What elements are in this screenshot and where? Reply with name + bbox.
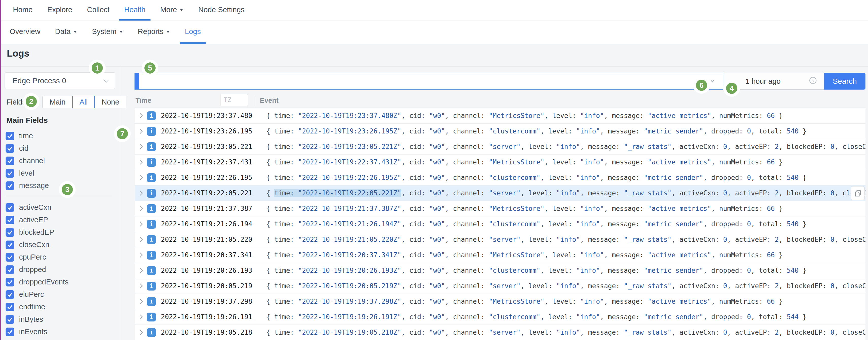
expand-chevron-icon[interactable] [137, 329, 145, 336]
table-row[interactable]: i2022-10-19T19:20:37.341{ time: "2022-10… [135, 247, 865, 263]
copy-event-button[interactable] [851, 186, 865, 200]
checkbox-checked-icon[interactable] [6, 169, 14, 178]
subnav-item-overview[interactable]: Overview [5, 21, 45, 44]
field-row-inBytes[interactable]: inBytes [5, 313, 115, 326]
field-row-activeEP[interactable]: activeEP [5, 214, 115, 226]
subnav-item-system[interactable]: System [87, 21, 128, 44]
checkbox-checked-icon[interactable] [6, 203, 14, 212]
expand-chevron-icon[interactable] [137, 158, 145, 166]
field-label: level [19, 169, 34, 177]
expand-chevron-icon[interactable] [137, 236, 145, 243]
table-row[interactable]: i2022-10-19T19:21:26.194{ time: "2022-10… [135, 216, 865, 232]
search-button[interactable]: Search [824, 73, 865, 90]
subnav-item-data[interactable]: Data [50, 21, 82, 44]
checkbox-checked-icon[interactable] [6, 241, 14, 249]
expand-chevron-icon[interactable] [137, 220, 145, 228]
checkbox-checked-icon[interactable] [6, 228, 14, 237]
nav-item-node-settings[interactable]: Node Settings [193, 0, 249, 21]
checkbox-checked-icon[interactable] [6, 266, 14, 274]
field-row-endtime[interactable]: endtime [5, 301, 115, 313]
checkbox-checked-icon[interactable] [6, 181, 14, 190]
nav-item-home[interactable]: Home [8, 0, 37, 21]
checkbox-checked-icon[interactable] [6, 132, 14, 140]
subnav-item-reports[interactable]: Reports [133, 21, 175, 44]
row-event: { time: "2022-10-19T19:19:05.218Z", cid:… [266, 329, 865, 336]
nav-item-more[interactable]: More [155, 0, 189, 21]
field-row-inEvents[interactable]: inEvents [5, 326, 115, 338]
field-label: time [19, 132, 33, 140]
checkbox-checked-icon[interactable] [6, 303, 14, 311]
expand-chevron-icon[interactable] [137, 143, 145, 151]
tz-input[interactable] [221, 94, 248, 106]
field-row-droppedEvents[interactable]: droppedEvents [5, 276, 115, 288]
fields-sidebar: Edge Process 0 Fields MainAllNone Main F… [0, 67, 120, 340]
search-dropdown-chevron-icon[interactable] [709, 77, 716, 86]
table-row[interactable]: i2022-10-19T19:22:37.431{ time: "2022-10… [135, 155, 865, 170]
expand-chevron-icon[interactable] [137, 189, 145, 197]
health-sub-nav: OverviewDataSystemReportsLogs [0, 21, 868, 44]
nav-label: More [160, 6, 177, 14]
table-row[interactable]: i2022-10-19T19:19:05.218{ time: "2022-10… [135, 325, 865, 340]
checkbox-checked-icon[interactable] [6, 253, 14, 261]
checkbox-checked-icon[interactable] [6, 315, 14, 324]
expand-chevron-icon[interactable] [137, 174, 145, 181]
table-row[interactable]: i2022-10-19T19:21:05.220{ time: "2022-10… [135, 232, 865, 247]
expand-chevron-icon[interactable] [137, 298, 145, 305]
nav-label: Logs [185, 27, 201, 36]
expand-chevron-icon[interactable] [137, 127, 145, 135]
table-row[interactable]: i2022-10-19T19:23:37.480{ time: "2022-10… [135, 108, 865, 124]
checkbox-checked-icon[interactable] [6, 328, 14, 336]
field-row-cpuPerc[interactable]: cpuPerc [5, 251, 115, 264]
field-row-closeCxn[interactable]: closeCxn [5, 239, 115, 251]
subnav-item-logs[interactable]: Logs [180, 21, 206, 44]
nav-item-health[interactable]: Health [119, 0, 151, 21]
checkbox-checked-icon[interactable] [6, 157, 14, 165]
expand-chevron-icon[interactable] [137, 251, 145, 259]
field-row-eluPerc[interactable]: eluPerc [5, 288, 115, 301]
table-row[interactable]: i2022-10-19T19:19:26.191{ time: "2022-10… [135, 309, 865, 325]
field-row-message[interactable]: message [5, 179, 115, 192]
column-header-time: Time [135, 97, 152, 104]
expand-chevron-icon[interactable] [137, 267, 145, 274]
time-range-picker[interactable]: 1 hour ago [724, 73, 824, 90]
fields-label: Fields [6, 98, 26, 106]
field-row-channel[interactable]: channel [5, 155, 115, 167]
table-row[interactable]: i2022-10-19T19:22:26.195{ time: "2022-10… [135, 170, 865, 185]
nav-label: Collect [87, 6, 110, 14]
search-input[interactable] [139, 77, 709, 85]
row-event: { time: "2022-10-19T19:22:37.431Z", cid:… [266, 158, 865, 166]
expand-chevron-icon[interactable] [137, 112, 145, 120]
table-row[interactable]: i2022-10-19T19:21:37.387{ time: "2022-10… [135, 201, 865, 216]
row-timestamp: 2022-10-19T19:20:05.219 [161, 282, 266, 290]
process-select[interactable]: Edge Process 0 [5, 72, 115, 89]
field-label: activeEP [19, 216, 48, 224]
table-row[interactable]: i2022-10-19T19:23:26.195{ time: "2022-10… [135, 124, 865, 139]
annotation-badge-7: 7 [117, 128, 128, 139]
field-row-blockedEP[interactable]: blockedEP [5, 226, 115, 239]
field-row-time[interactable]: time [5, 130, 115, 142]
table-row[interactable]: i2022-10-19T19:22:05.221{ time: "2022-10… [135, 185, 865, 201]
checkbox-checked-icon[interactable] [6, 278, 14, 286]
table-row[interactable]: i2022-10-19T19:19:37.298{ time: "2022-10… [135, 294, 865, 309]
table-row[interactable]: i2022-10-19T19:23:05.221{ time: "2022-10… [135, 139, 865, 155]
fields-mode-all[interactable]: All [72, 96, 95, 109]
expand-chevron-icon[interactable] [137, 205, 145, 212]
table-row[interactable]: i2022-10-19T19:20:26.193{ time: "2022-10… [135, 263, 865, 278]
expand-chevron-icon[interactable] [137, 313, 145, 321]
fields-mode-main[interactable]: Main [42, 96, 72, 109]
table-row[interactable]: i2022-10-19T19:20:05.219{ time: "2022-10… [135, 278, 865, 294]
nav-item-collect[interactable]: Collect [82, 0, 115, 21]
checkbox-checked-icon[interactable] [6, 144, 14, 153]
checkbox-checked-icon[interactable] [6, 216, 14, 224]
checkbox-checked-icon[interactable] [6, 290, 14, 299]
field-row-level[interactable]: level [5, 167, 115, 179]
annotation-badge-2: 2 [26, 96, 37, 107]
field-row-dropped[interactable]: dropped [5, 264, 115, 276]
info-icon: i [147, 328, 156, 337]
expand-chevron-icon[interactable] [137, 282, 145, 290]
field-row-activeCxn[interactable]: activeCxn [5, 201, 115, 214]
info-icon: i [147, 235, 156, 244]
nav-item-explore[interactable]: Explore [42, 0, 77, 21]
info-icon: i [147, 127, 156, 136]
field-row-cid[interactable]: cid [5, 142, 115, 155]
